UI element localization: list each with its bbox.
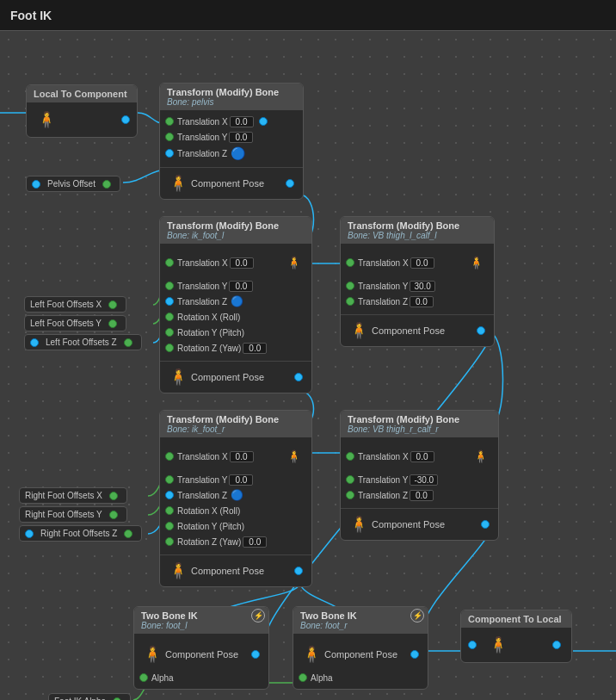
transform-bone-5-node: Transform (Modify) Bone Bone: VB thigh_r… bbox=[340, 410, 499, 541]
pin-green bbox=[165, 328, 174, 337]
pin-green bbox=[165, 258, 174, 267]
pin-green bbox=[346, 282, 354, 290]
pin-green bbox=[346, 475, 354, 484]
pelvis-offset-input: Pelvis Offset bbox=[26, 176, 120, 192]
pin-green bbox=[165, 537, 174, 546]
output-pin bbox=[251, 650, 260, 659]
output-pin bbox=[481, 520, 490, 529]
output-pin bbox=[294, 373, 303, 381]
figure-icon: 🧍 bbox=[349, 319, 368, 343]
pin-green bbox=[165, 475, 174, 484]
left-foot-offsets-y-input: Left Foot Offsets Y bbox=[24, 315, 126, 331]
right-foot-offsets-z-input: Right Foot Offsets Z bbox=[19, 525, 142, 542]
local-to-component-node: Local To Component 🧍 bbox=[26, 84, 138, 138]
output-pin bbox=[552, 641, 561, 649]
pin-blue bbox=[32, 180, 40, 189]
figure-icon: 🧍 bbox=[143, 642, 162, 666]
output-pin bbox=[102, 180, 111, 189]
page-title: Foot IK bbox=[10, 9, 52, 22]
pin-blue bbox=[165, 149, 174, 158]
two-bone-ik-left-node: Two Bone IK Bone: foot_l ⚡ 🧍 Component P… bbox=[133, 606, 269, 690]
figure-icon: 🧍 bbox=[302, 642, 321, 666]
output-pin bbox=[286, 179, 294, 188]
output-pin bbox=[124, 530, 132, 538]
left-foot-offsets-x-input: Left Foot Offsets X bbox=[24, 296, 126, 313]
pin-green bbox=[165, 133, 174, 141]
pin-green bbox=[299, 673, 307, 682]
output-pin bbox=[124, 338, 132, 347]
pin-green bbox=[165, 452, 174, 461]
transform-bone-1-node: Transform (Modify) Bone Bone: pelvis Tra… bbox=[159, 83, 304, 200]
node-header: Component To Local bbox=[461, 610, 571, 628]
pin-green bbox=[165, 117, 174, 126]
pin-blue bbox=[25, 530, 34, 538]
pin-green bbox=[346, 258, 354, 267]
lightning-badge: ⚡ bbox=[251, 609, 265, 623]
lightning-badge: ⚡ bbox=[410, 609, 424, 623]
foot-ik-alpha-input: Foot IK Alpha bbox=[48, 693, 131, 700]
pin-blue bbox=[165, 491, 174, 499]
pin-green bbox=[165, 522, 174, 530]
pin-green bbox=[346, 452, 354, 461]
figure-icon: 🧍 bbox=[349, 512, 368, 536]
canvas[interactable]: Local To Component 🧍 Transform (Modify) … bbox=[0, 31, 616, 700]
component-to-local-node: Component To Local 🧍 bbox=[460, 610, 572, 663]
transform-bone-4-node: Transform (Modify) Bone Bone: ik_foot_r … bbox=[159, 410, 312, 587]
pin-green bbox=[139, 673, 148, 682]
output-pin bbox=[108, 319, 117, 328]
pin-blue bbox=[165, 297, 174, 306]
pin-green bbox=[346, 297, 354, 306]
transform-bone-3-node: Transform (Modify) Bone Bone: VB thigh_l… bbox=[340, 216, 495, 347]
output-pin bbox=[109, 511, 118, 519]
figure-icon: 🧍 bbox=[169, 365, 188, 389]
node-header: Local To Component bbox=[27, 85, 137, 102]
right-foot-offsets-y-input: Right Foot Offsets Y bbox=[19, 506, 127, 523]
figure-icon: 🧍 bbox=[169, 171, 188, 195]
input-pin bbox=[468, 641, 477, 649]
pin-blue bbox=[30, 338, 39, 347]
figure-right bbox=[259, 117, 268, 126]
figure-icon: 🧍 bbox=[169, 559, 188, 583]
output-pin bbox=[113, 697, 121, 701]
pin-green bbox=[165, 313, 174, 321]
output-pin bbox=[109, 492, 118, 500]
output-pin bbox=[410, 650, 419, 659]
output-pin bbox=[108, 300, 117, 309]
output-pin bbox=[294, 567, 303, 575]
two-bone-ik-right-node: Two Bone IK Bone: foot_r ⚡ 🧍 Component P… bbox=[293, 606, 428, 690]
figure-icon: 🧍 bbox=[37, 108, 56, 132]
pin-green bbox=[165, 282, 174, 290]
figure-icon: 🧍 bbox=[489, 633, 508, 657]
left-foot-offsets-z-input: Left Foot Offsets Z bbox=[24, 334, 142, 350]
pin-green bbox=[165, 506, 174, 515]
right-foot-offsets-x-input: Right Foot Offsets X bbox=[19, 487, 127, 504]
title-bar: Foot IK bbox=[0, 0, 616, 31]
pin-green bbox=[165, 344, 174, 352]
transform-bone-2-node: Transform (Modify) Bone Bone: ik_foot_l … bbox=[159, 216, 312, 393]
pin-green bbox=[346, 491, 354, 499]
output-pin bbox=[477, 326, 485, 335]
output-pin bbox=[121, 115, 130, 124]
